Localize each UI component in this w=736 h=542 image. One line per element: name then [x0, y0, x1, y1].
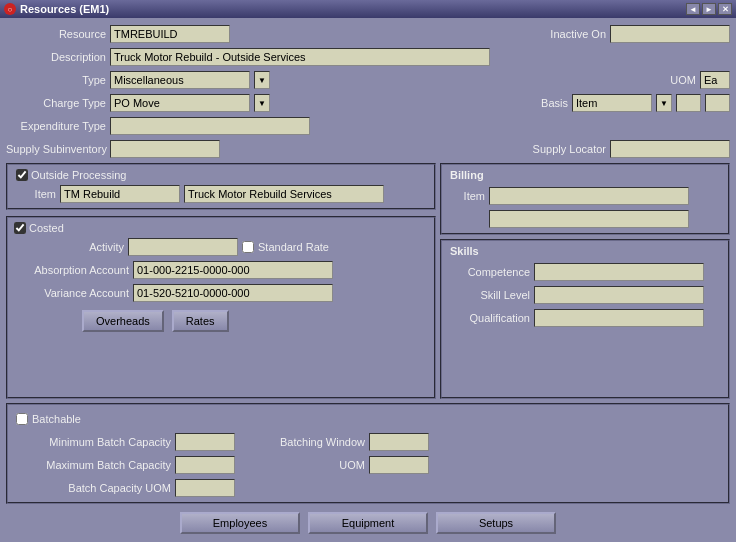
supply-subinventory-input[interactable]: [110, 140, 220, 158]
outside-processing-item-row: Item: [16, 184, 426, 204]
uom-input[interactable]: [700, 71, 730, 89]
maximize-button[interactable]: ►: [702, 3, 716, 15]
batchable-label: Batchable: [32, 413, 81, 425]
basis-extra[interactable]: [676, 94, 701, 112]
skill-level-input[interactable]: [534, 286, 704, 304]
skill-level-row: Skill Level: [450, 285, 720, 305]
batching-window-label: Batching Window: [255, 436, 365, 448]
op-item-desc[interactable]: [184, 185, 384, 203]
uom-label: UOM: [670, 74, 696, 86]
competence-input[interactable]: [534, 263, 704, 281]
supply-locator-input[interactable]: [610, 140, 730, 158]
min-batch-input[interactable]: [175, 433, 235, 451]
outside-processing-checkbox-row[interactable]: Outside Processing: [16, 169, 426, 181]
app-icon: ○: [4, 3, 16, 15]
minimize-button[interactable]: ◄: [686, 3, 700, 15]
description-input[interactable]: [110, 48, 490, 66]
type-dropdown-arrow[interactable]: ▼: [254, 71, 270, 89]
costed-panel: Costed Activity Standard Rate Absorption…: [6, 216, 436, 399]
qualification-label: Qualification: [450, 312, 530, 324]
main-window: Resource Inactive On Description Type ▼ …: [0, 18, 736, 542]
outside-processing-checkbox[interactable]: [16, 169, 28, 181]
absorption-account-input[interactable]: [133, 261, 333, 279]
basis-dropdown-arrow[interactable]: ▼: [656, 94, 672, 112]
batch-uom-row: Batch Capacity UOM: [16, 478, 235, 498]
skills-title: Skills: [450, 245, 720, 257]
basis-label: Basis: [541, 97, 568, 109]
description-label: Description: [6, 51, 106, 63]
activity-label: Activity: [14, 241, 124, 253]
billing-item-row: Item: [450, 186, 720, 206]
batch-uom-input[interactable]: [175, 479, 235, 497]
standard-rate-checkbox[interactable]: [242, 241, 254, 253]
close-button[interactable]: ✕: [718, 3, 732, 15]
max-batch-label: Maximum Batch Capacity: [16, 459, 171, 471]
batching-window-input[interactable]: [369, 433, 429, 451]
billing-panel: Billing Item: [440, 163, 730, 235]
min-batch-label: Minimum Batch Capacity: [16, 436, 171, 448]
billing-item-input[interactable]: [489, 187, 689, 205]
standard-rate-label: Standard Rate: [258, 241, 329, 253]
absorption-account-row: Absorption Account: [14, 260, 428, 280]
billing-desc-input[interactable]: [489, 210, 689, 228]
overheads-button[interactable]: Overheads: [82, 310, 164, 332]
charge-type-select[interactable]: [110, 94, 250, 112]
inactive-on-input[interactable]: [610, 25, 730, 43]
batchable-checkbox[interactable]: [16, 413, 28, 425]
charge-type-dropdown-arrow[interactable]: ▼: [254, 94, 270, 112]
qualification-input[interactable]: [534, 309, 704, 327]
batchable-uom-input[interactable]: [369, 456, 429, 474]
skill-level-label: Skill Level: [450, 289, 530, 301]
setups-button[interactable]: Setups: [436, 512, 556, 534]
basis-extra2[interactable]: [705, 94, 730, 112]
middle-panels: Outside Processing Item Costed Activity: [6, 163, 730, 399]
skills-panel: Skills Competence Skill Level Qualificat…: [440, 239, 730, 399]
batchable-panel: Batchable Minimum Batch Capacity Maximum…: [6, 403, 730, 504]
activity-row: Activity Standard Rate: [14, 237, 428, 257]
outside-processing-panel: Outside Processing Item: [6, 163, 436, 210]
max-batch-input[interactable]: [175, 456, 235, 474]
variance-account-row: Variance Account: [14, 283, 428, 303]
title-bar: ○ Resources (EM1) ◄ ► ✕: [0, 0, 736, 18]
expenditure-type-row: Expenditure Type: [6, 116, 730, 136]
batchable-fields: Minimum Batch Capacity Maximum Batch Cap…: [16, 432, 720, 498]
batching-window-row: Batching Window: [255, 432, 429, 452]
max-batch-row: Maximum Batch Capacity: [16, 455, 235, 475]
op-item-label: Item: [16, 188, 56, 200]
expenditure-type-label: Expenditure Type: [6, 120, 106, 132]
batch-uom-label: Batch Capacity UOM: [16, 482, 171, 494]
batchable-uom-row: UOM: [255, 455, 429, 475]
equipment-button[interactable]: Equipment: [308, 512, 428, 534]
billing-item-label: Item: [450, 190, 485, 202]
batchable-uom-label: UOM: [255, 459, 365, 471]
absorption-account-label: Absorption Account: [14, 264, 129, 276]
resource-row: Resource Inactive On: [6, 24, 730, 44]
qualification-row: Qualification: [450, 308, 720, 328]
outside-processing-label: Outside Processing: [31, 169, 126, 181]
costed-buttons-row: Overheads Rates: [14, 306, 428, 332]
costed-label: Costed: [29, 222, 64, 234]
variance-account-label: Variance Account: [14, 287, 129, 299]
billing-desc-row: [450, 209, 720, 229]
type-select[interactable]: [110, 71, 250, 89]
costed-checkbox-row[interactable]: Costed: [14, 222, 428, 234]
charge-type-row: Charge Type ▼ Basis ▼: [6, 93, 730, 113]
employees-button[interactable]: Employees: [180, 512, 300, 534]
costed-checkbox[interactable]: [14, 222, 26, 234]
top-form-area: Resource Inactive On Description Type ▼ …: [6, 24, 730, 159]
resource-input[interactable]: [110, 25, 230, 43]
supply-row: Supply Subinventory Supply Locator: [6, 139, 730, 159]
type-label: Type: [6, 74, 106, 86]
billing-title: Billing: [450, 169, 720, 181]
supply-subinventory-label: Supply Subinventory: [6, 143, 106, 155]
resource-label: Resource: [6, 28, 106, 40]
activity-input[interactable]: [128, 238, 238, 256]
min-batch-row: Minimum Batch Capacity: [16, 432, 235, 452]
rates-button[interactable]: Rates: [172, 310, 229, 332]
op-item-input[interactable]: [60, 185, 180, 203]
variance-account-input[interactable]: [133, 284, 333, 302]
type-row: Type ▼ UOM: [6, 70, 730, 90]
batchable-title-row: Batchable: [16, 409, 720, 429]
expenditure-type-input[interactable]: [110, 117, 310, 135]
basis-select[interactable]: [572, 94, 652, 112]
